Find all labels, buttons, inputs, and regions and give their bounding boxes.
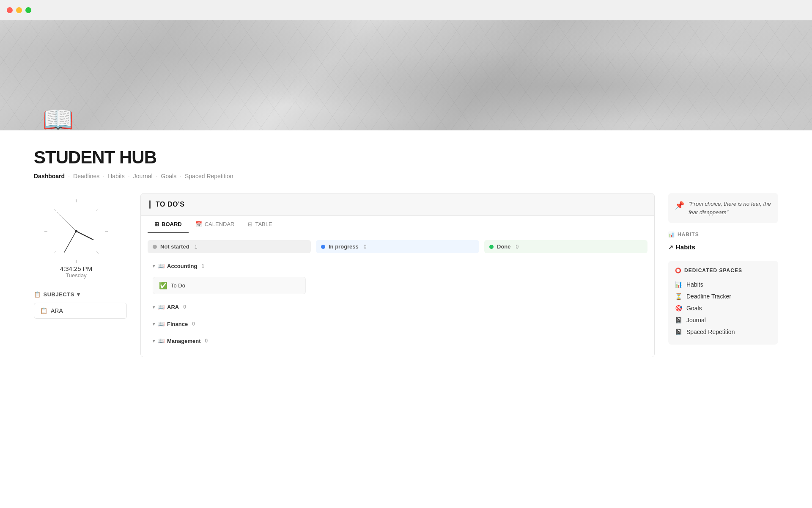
ara-toggle[interactable]: ▾ 📖 ARA 0 [148, 299, 311, 315]
subject-icon: 📋 [40, 307, 47, 314]
breadcrumb-dashboard[interactable]: Dashboard [34, 173, 65, 179]
svg-line-4 [54, 209, 56, 211]
svg-line-5 [96, 209, 99, 211]
quote-card: 📌 "From choice, there is no fear, the fe… [668, 193, 778, 223]
minimize-button[interactable] [16, 7, 22, 13]
clock-time: 4:34:25 PM [34, 265, 118, 272]
accounting-toggle[interactable]: ▾ 📖 Accounting 1 [148, 258, 311, 273]
finance-done-empty [484, 316, 647, 331]
space-item-spaced-repetition[interactable]: 📓 Spaced Repetition [675, 326, 771, 338]
subjects-label: SUBJECTS [44, 291, 74, 298]
close-button[interactable] [7, 7, 13, 13]
finance-count: 0 [192, 321, 195, 327]
dot-not-started [153, 245, 157, 249]
finance-toggle[interactable]: ▾ 📖 Finance 0 [148, 316, 311, 331]
svg-point-11 [75, 230, 77, 232]
todo-task-card[interactable]: ✅ To Do [153, 277, 306, 294]
space-item-deadline-tracker[interactable]: ⏳ Deadline Tracker [675, 290, 771, 302]
management-book-icon: 📖 [157, 337, 165, 344]
center-column: TO DO'S ⊞ BOARD 📅 CALENDAR ⊟ TABLE [140, 193, 655, 357]
finance-in-progress-empty [316, 316, 479, 331]
page-content: STUDENT HUB Dashboard · Deadlines · Habi… [0, 130, 812, 374]
breadcrumb-deadlines[interactable]: Deadlines [73, 173, 99, 179]
tab-table[interactable]: ⊟ TABLE [241, 216, 279, 233]
ara-book-icon: 📖 [157, 304, 165, 310]
space-item-goals[interactable]: 🎯 Goals [675, 302, 771, 314]
subject-row-finance: ▾ 📖 Finance 0 [148, 316, 647, 331]
habits-section-label: HABITS [678, 232, 699, 237]
todo-title: TO DO'S [156, 201, 184, 208]
breadcrumb: Dashboard · Deadlines · Habits · Journal… [34, 173, 778, 179]
breadcrumb-journal[interactable]: Journal [133, 173, 153, 179]
check-icon: ✅ [159, 282, 167, 290]
habits-link[interactable]: ↗ Habits [668, 242, 778, 252]
finance-header-row: ▾ 📖 Finance 0 [148, 316, 647, 331]
subjects-icon: 📋 [34, 291, 41, 298]
calendar-icon: 📅 [195, 221, 202, 227]
tab-board-label: BOARD [162, 221, 182, 227]
toggle-chevron: ▾ [153, 264, 155, 268]
tab-calendar[interactable]: 📅 CALENDAR [189, 216, 241, 233]
clock-day: Tuesday [34, 272, 118, 279]
management-in-progress-empty [316, 333, 479, 348]
habits-chart-icon: 📊 [675, 281, 682, 288]
accounting-task-done-empty [484, 273, 647, 298]
tab-board[interactable]: ⊞ BOARD [148, 216, 189, 233]
bar-chart-icon: 📊 [668, 232, 675, 237]
toggle-chevron-ara: ▾ [153, 305, 155, 309]
breadcrumb-goals[interactable]: Goals [161, 173, 177, 179]
maximize-button[interactable] [25, 7, 31, 13]
space-item-journal[interactable]: 📓 Journal [675, 314, 771, 326]
subject-label: ARA [51, 307, 63, 314]
journal-book-icon: 📓 [675, 317, 682, 323]
header-bar-decoration [149, 200, 151, 209]
dedicated-spaces-label: DEDICATED SPACES [684, 268, 742, 273]
accounting-done-empty [484, 258, 647, 273]
management-toggle[interactable]: ▾ 📖 Management 0 [148, 333, 311, 348]
clock-widget: 4:34:25 PM Tuesday [34, 193, 118, 278]
col-in-progress: In progress 0 [316, 240, 479, 253]
space-deadline-label: Deadline Tracker [686, 293, 731, 300]
col-in-progress-count: 0 [364, 244, 367, 250]
svg-line-10 [57, 213, 76, 231]
col-done-count: 0 [516, 244, 519, 250]
toggle-chevron-finance: ▾ [153, 322, 155, 326]
finance-book-icon: 📖 [157, 320, 165, 327]
habits-link-label: Habits [676, 243, 695, 251]
pin-icon: 📌 [675, 201, 684, 216]
tab-calendar-label: CALENDAR [205, 221, 235, 227]
sidebar-item-ara[interactable]: 📋 ARA [34, 303, 127, 319]
goals-icon: 🎯 [675, 305, 682, 312]
breadcrumb-spaced-repetition[interactable]: Spaced Repetition [185, 173, 233, 179]
habits-heading: 📊 HABITS [668, 232, 778, 237]
board-icon: ⊞ [154, 221, 159, 227]
tab-table-label: TABLE [255, 221, 272, 227]
subjects-header[interactable]: 📋 SUBJECTS ▾ [34, 291, 127, 298]
space-journal-label: Journal [686, 317, 706, 323]
left-column: 4:34:25 PM Tuesday 📋 SUBJECTS ▾ 📋 ARA [34, 193, 127, 322]
toggle-chevron-management: ▾ [153, 339, 155, 343]
clock-face [38, 193, 114, 269]
svg-line-8 [76, 231, 93, 240]
col-not-started: Not started 1 [148, 240, 311, 253]
space-item-habits[interactable]: 📊 Habits [675, 279, 771, 290]
hero-banner: 📖 [0, 20, 812, 130]
subject-row-accounting: ▾ 📖 Accounting 1 ✅ [148, 258, 647, 298]
quote-text: "From choice, there is no fear, the fear… [689, 200, 771, 216]
ara-header-row: ▾ 📖 ARA 0 [148, 299, 647, 315]
space-habits-label: Habits [686, 281, 703, 288]
hourglass-icon: ⏳ [675, 293, 682, 300]
page-title: STUDENT HUB [34, 147, 778, 168]
ara-done-empty [484, 299, 647, 315]
dedicated-spaces-card: ⭕ DEDICATED SPACES 📊 Habits ⏳ Deadline T… [668, 261, 778, 345]
management-label: Management [167, 338, 200, 344]
spaced-rep-icon: 📓 [675, 329, 682, 335]
arrow-icon: ↗ [668, 244, 673, 251]
subjects-section: 📋 SUBJECTS ▾ 📋 ARA [34, 291, 127, 319]
todo-container: TO DO'S ⊞ BOARD 📅 CALENDAR ⊟ TABLE [140, 193, 655, 357]
col-done: Done 0 [484, 240, 647, 253]
breadcrumb-habits[interactable]: Habits [108, 173, 125, 179]
management-count: 0 [205, 338, 208, 344]
circle-icon: ⭕ [675, 268, 682, 273]
col-not-started-label: Not started [160, 243, 189, 250]
